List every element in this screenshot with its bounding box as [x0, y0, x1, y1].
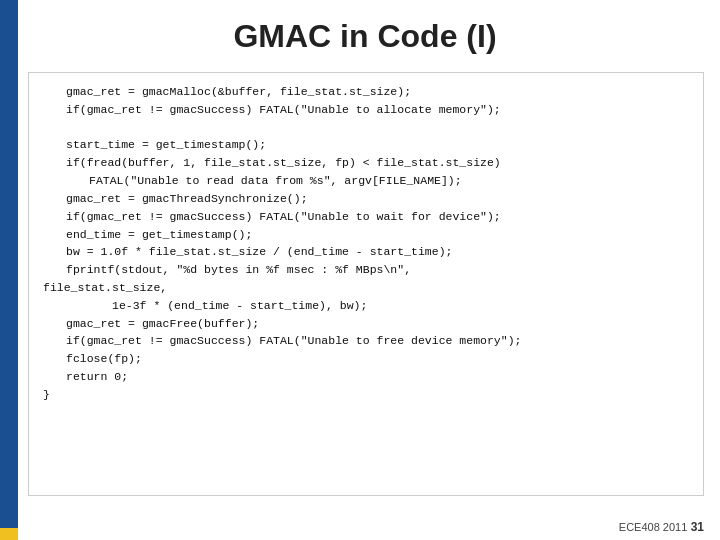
accent-bar — [0, 0, 18, 540]
code-line: gmac_ret = gmacThreadSynchronize(); — [43, 190, 689, 208]
code-line: gmac_ret = gmacMalloc(&buffer, file_stat… — [43, 83, 689, 101]
footer: ECE408 2011 31 — [619, 520, 704, 534]
code-line: if(fread(buffer, 1, file_stat.st_size, f… — [43, 154, 689, 172]
code-line: if(gmac_ret != gmacSuccess) FATAL("Unabl… — [43, 332, 689, 350]
code-block: gmac_ret = gmacMalloc(&buffer, file_stat… — [28, 72, 704, 496]
code-line: if(gmac_ret != gmacSuccess) FATAL("Unabl… — [43, 101, 689, 119]
code-line: return 0; — [43, 368, 689, 386]
code-line: } — [43, 386, 689, 404]
accent-bar-yellow — [0, 528, 18, 540]
code-line: FATAL("Unable to read data from %s", arg… — [43, 172, 689, 190]
code-line — [43, 119, 689, 137]
code-line: if(gmac_ret != gmacSuccess) FATAL("Unabl… — [43, 208, 689, 226]
slide-container: GMAC in Code (I) gmac_ret = gmacMalloc(&… — [0, 0, 720, 540]
code-line: end_time = get_timestamp(); — [43, 226, 689, 244]
accent-bar-blue — [0, 0, 18, 528]
code-line: 1e-3f * (end_time - start_time), bw); — [43, 297, 689, 315]
code-line: fprintf(stdout, "%d bytes in %f msec : %… — [43, 261, 689, 279]
code-line: start_time = get_timestamp(); — [43, 136, 689, 154]
slide-number: 31 — [691, 520, 704, 534]
slide-title: GMAC in Code (I) — [30, 18, 700, 55]
code-line: file_stat.st_size, — [43, 279, 689, 297]
code-line: fclose(fp); — [43, 350, 689, 368]
code-line: bw = 1.0f * file_stat.st_size / (end_tim… — [43, 243, 689, 261]
footer-course: ECE408 2011 — [619, 521, 688, 533]
code-line: gmac_ret = gmacFree(buffer); — [43, 315, 689, 333]
